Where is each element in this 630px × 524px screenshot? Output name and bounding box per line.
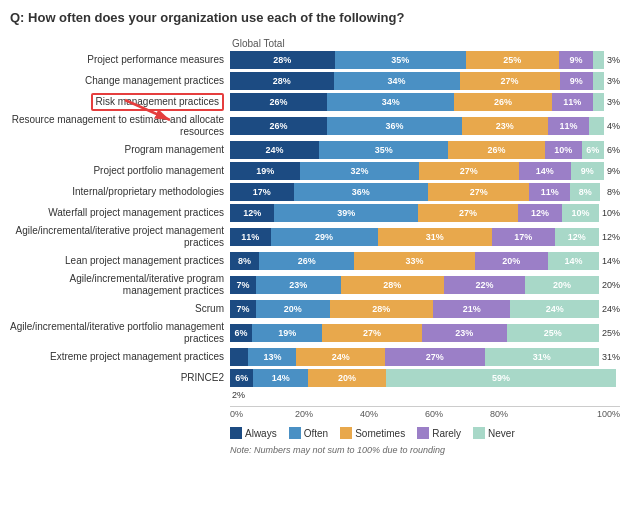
- header-row: Global Total: [10, 37, 620, 49]
- bar-segment-often: 26%: [259, 252, 354, 270]
- legend-color-box: [417, 427, 429, 439]
- bar-segment-always: 19%: [230, 162, 300, 180]
- bar-segment-rarely: 12%: [518, 204, 562, 222]
- bar-segment-never: 10%: [562, 204, 599, 222]
- x-tick: 100%: [555, 407, 620, 419]
- bar-wrapper: 8%26%33%20%14%14%: [230, 252, 620, 270]
- bar-wrapper: 7%20%28%21%24%24%: [230, 300, 620, 318]
- bar-segment-never: 12%: [555, 228, 599, 246]
- after-label: 9%: [604, 166, 620, 176]
- sub-row: 2%: [10, 390, 620, 400]
- bar-segment-rarely: 11%: [552, 93, 593, 111]
- row-label: Agile/incremental/iterative portfolio ma…: [10, 321, 230, 345]
- bar-wrapper: 26%34%26%11%3%: [230, 93, 620, 111]
- bar-segment-always: 7%: [230, 300, 256, 318]
- x-tick: 40%: [360, 407, 425, 419]
- stacked-bar: 13%24%27%31%: [230, 348, 599, 366]
- after-label: 24%: [599, 304, 620, 314]
- bar-segment-never: [593, 72, 604, 90]
- bar-wrapper: 6%19%27%23%25%25%: [230, 324, 620, 342]
- bar-segment-often: 39%: [274, 204, 418, 222]
- x-tick: 80%: [490, 407, 555, 419]
- bar-segment-sometimes: 28%: [341, 276, 444, 294]
- stacked-bar: 26%34%26%11%: [230, 93, 604, 111]
- row-label: Project performance measures: [10, 54, 230, 66]
- table-row: Risk management practices26%34%26%11%3%: [10, 93, 620, 111]
- bar-segment-sometimes: 24%: [296, 348, 385, 366]
- table-row: Project portfolio management19%32%27%14%…: [10, 162, 620, 180]
- arrow-annotation: [120, 95, 180, 125]
- row-label: PRINCE2: [10, 372, 230, 384]
- row-label: Waterfall project management practices: [10, 207, 230, 219]
- bar-segment-never: [593, 51, 604, 69]
- bar-segment-sometimes: 23%: [462, 117, 548, 135]
- table-row: Change management practices28%34%27%9%3%: [10, 72, 620, 90]
- bar-wrapper: 28%35%25%9%3%: [230, 51, 620, 69]
- after-label: 3%: [604, 97, 620, 107]
- bar-segment-sometimes: 27%: [418, 204, 518, 222]
- bar-segment-never: 9%: [571, 162, 604, 180]
- bar-segment-rarely: 21%: [433, 300, 510, 318]
- bar-wrapper: 28%34%27%9%3%: [230, 72, 620, 90]
- bar-segment-often: 29%: [271, 228, 378, 246]
- stacked-bar: 7%20%28%21%24%: [230, 300, 599, 318]
- bar-segment-often: 36%: [327, 117, 462, 135]
- after-label: 3%: [604, 76, 620, 86]
- bar-segment-always: 6%: [230, 324, 252, 342]
- stacked-bar: 11%29%31%17%12%: [230, 228, 599, 246]
- legend-item-never: Never: [473, 427, 515, 439]
- bar-segment-always: [230, 348, 248, 366]
- bar-segment-rarely: 9%: [560, 72, 593, 90]
- table-row: Resource management to estimate and allo…: [10, 114, 620, 138]
- bar-segment-always: 24%: [230, 141, 319, 159]
- bar-segment-often: 35%: [335, 51, 466, 69]
- legend-label: Often: [304, 428, 328, 439]
- bar-segment-sometimes: 27%: [460, 72, 560, 90]
- after-label2: 2%: [230, 390, 620, 400]
- after-label: 12%: [599, 232, 620, 242]
- row-label: Agile/incremental/iterative project mana…: [10, 225, 230, 249]
- legend-item-rarely: Rarely: [417, 427, 461, 439]
- bar-segment-never: 24%: [510, 300, 599, 318]
- stacked-bar: 6%14%20%59%: [230, 369, 620, 387]
- table-row: Lean project management practices8%26%33…: [10, 252, 620, 270]
- table-row: Agile/incremental/iterative program mana…: [10, 273, 620, 297]
- x-tick: 60%: [425, 407, 490, 419]
- row-label: Scrum: [10, 303, 230, 315]
- row-label: Lean project management practices: [10, 255, 230, 267]
- legend-label: Sometimes: [355, 428, 405, 439]
- bar-segment-never: [593, 93, 604, 111]
- bar-segment-rarely: 14%: [519, 162, 571, 180]
- stacked-bar: 7%23%28%22%20%: [230, 276, 599, 294]
- bar-wrapper: 24%35%26%10%6%6%: [230, 141, 620, 159]
- after-label: 10%: [599, 208, 620, 218]
- bar-wrapper: 13%24%27%31%31%: [230, 348, 620, 366]
- bar-segment-always: 8%: [230, 252, 259, 270]
- legend-color-box: [230, 427, 242, 439]
- bar-segment-never: [589, 117, 604, 135]
- bar-segment-sometimes: 27%: [428, 183, 529, 201]
- table-row: Internal/proprietary methodologies17%36%…: [10, 183, 620, 201]
- bar-segment-always: 7%: [230, 276, 256, 294]
- bar-segment-rarely: 11%: [529, 183, 570, 201]
- bar-segment-always: 11%: [230, 228, 271, 246]
- table-row: Agile/incremental/iterative portfolio ma…: [10, 321, 620, 345]
- bar-segment-often: 35%: [319, 141, 449, 159]
- bar-segment-always: 12%: [230, 204, 274, 222]
- legend-label: Never: [488, 428, 515, 439]
- after-label: 6%: [604, 145, 620, 155]
- legend-item-sometimes: Sometimes: [340, 427, 405, 439]
- bar-segment-often: 23%: [256, 276, 341, 294]
- row-label: Extreme project management practices: [10, 351, 230, 363]
- bar-segment-sometimes: 26%: [454, 93, 551, 111]
- stacked-bar: 12%39%27%12%10%: [230, 204, 599, 222]
- bar-segment-sometimes: 33%: [354, 252, 475, 270]
- table-row: Waterfall project management practices12…: [10, 204, 620, 222]
- legend-item-often: Often: [289, 427, 328, 439]
- bar-segment-rarely: 27%: [385, 348, 485, 366]
- bar-segment-always: 26%: [230, 93, 327, 111]
- bar-segment-always: 26%: [230, 117, 327, 135]
- note: Note: Numbers may not sum to 100% due to…: [230, 445, 620, 455]
- bar-segment-always: 28%: [230, 51, 335, 69]
- bar-segment-rarely: 9%: [559, 51, 593, 69]
